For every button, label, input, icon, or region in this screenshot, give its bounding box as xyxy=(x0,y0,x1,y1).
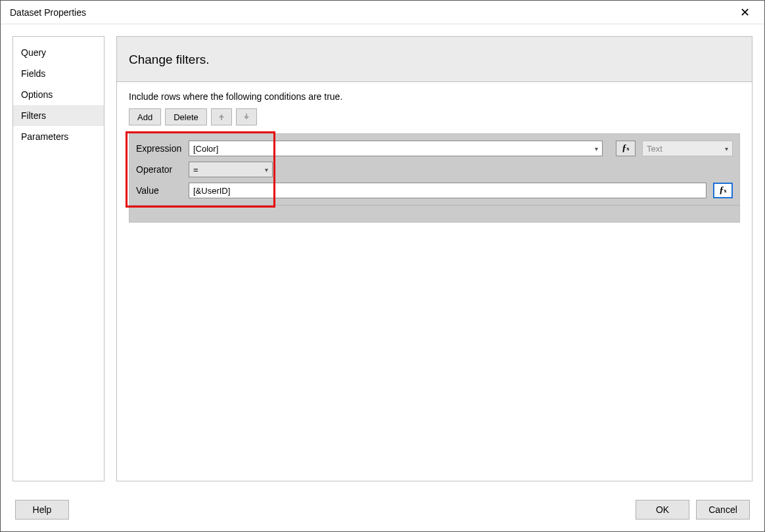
help-button[interactable]: Help xyxy=(15,500,69,520)
value-fx-button[interactable]: ƒx xyxy=(713,183,733,198)
value-label: Value xyxy=(136,185,182,196)
titlebar: Dataset Properties ✕ xyxy=(1,1,764,24)
filter-row: Expression ▾ ƒx Text ▾ xyxy=(129,134,739,205)
move-up-button[interactable] xyxy=(211,108,232,125)
sidebar-item-fields[interactable]: Fields xyxy=(13,63,104,84)
dialog-footer: Help OK Cancel xyxy=(1,493,764,531)
window-title: Dataset Properties xyxy=(10,7,731,18)
operator-select[interactable]: = ▾ xyxy=(189,162,273,177)
ok-button[interactable]: OK xyxy=(636,500,689,520)
dataset-properties-dialog: Dataset Properties ✕ Query Fields Option… xyxy=(0,0,765,532)
chevron-down-icon: ▾ xyxy=(265,166,268,173)
sidebar-item-parameters[interactable]: Parameters xyxy=(13,126,104,147)
chevron-down-icon: ▾ xyxy=(725,145,728,152)
sidebar-item-filters[interactable]: Filters xyxy=(13,105,104,126)
category-sidebar: Query Fields Options Filters Parameters xyxy=(12,36,104,481)
add-button[interactable]: Add xyxy=(129,108,161,125)
empty-area xyxy=(129,223,740,472)
filter-pane-footer xyxy=(129,205,739,222)
instruction-text: Include rows where the following conditi… xyxy=(129,91,740,102)
value-input[interactable] xyxy=(189,183,707,198)
datatype-select: Text ▾ xyxy=(642,141,733,156)
filter-pane: Expression ▾ ƒx Text ▾ xyxy=(129,133,740,223)
filter-toolbar: Add Delete xyxy=(129,108,740,125)
arrow-up-icon xyxy=(218,113,225,121)
expression-fx-button[interactable]: ƒx xyxy=(616,141,636,156)
delete-button[interactable]: Delete xyxy=(165,108,207,125)
close-icon[interactable]: ✕ xyxy=(731,3,758,22)
chevron-down-icon[interactable]: ▾ xyxy=(595,145,598,152)
cancel-button[interactable]: Cancel xyxy=(696,500,750,520)
main-panel: Change filters. Include rows where the f… xyxy=(116,36,753,481)
sidebar-item-options[interactable]: Options xyxy=(13,84,104,105)
move-down-button[interactable] xyxy=(236,108,257,125)
sidebar-item-query[interactable]: Query xyxy=(13,42,104,63)
operator-value: = xyxy=(193,165,198,175)
expression-input[interactable] xyxy=(189,141,603,156)
page-title: Change filters. xyxy=(117,37,752,82)
operator-label: Operator xyxy=(136,164,182,175)
expression-label: Expression xyxy=(136,143,182,154)
datatype-value: Text xyxy=(647,144,662,154)
arrow-down-icon xyxy=(243,113,250,121)
